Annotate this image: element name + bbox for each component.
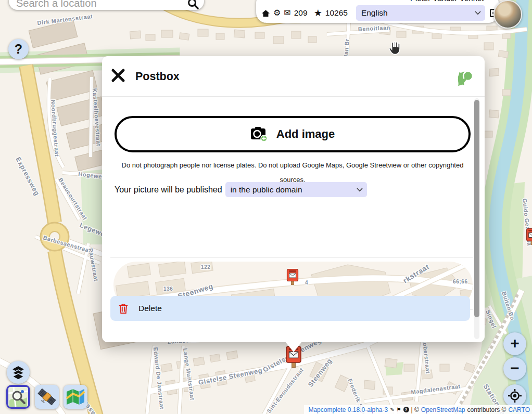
add-image-label: Add image [276, 127, 335, 141]
avatar[interactable] [493, 0, 522, 29]
user-panel: Pieter Vander Vennet ⚙ ✉ 209 ★ 10265 Eng… [256, 0, 499, 23]
street-label: 136 [163, 286, 173, 292]
dialog-body: Add image Do not photograph people nor l… [102, 96, 485, 343]
mail-icon[interactable]: ✉ [284, 9, 290, 17]
gear-icon[interactable]: ⚙ [273, 9, 281, 17]
dialog-scrollbar-thumb[interactable] [474, 100, 479, 317]
chevron-down-icon [475, 11, 481, 15]
style-button-osm[interactable] [6, 385, 30, 409]
plus-icon: + [510, 343, 520, 345]
osm-link[interactable]: OpenStreetMap [421, 406, 465, 413]
message-count: 209 [294, 8, 308, 18]
add-image-button[interactable]: Add image [115, 116, 471, 152]
crosshair-icon [508, 389, 522, 403]
geolocate-button[interactable] [503, 384, 526, 407]
home-icon[interactable] [261, 9, 270, 18]
language-select[interactable]: English [356, 5, 485, 21]
delete-button[interactable]: Delete [110, 296, 470, 321]
chevron-down-icon [357, 188, 363, 192]
zoom-in-button[interactable]: + [503, 332, 526, 355]
username[interactable]: Pieter Vander Vennet [410, 0, 484, 3]
trash-icon [118, 303, 129, 314]
style-button-map[interactable] [64, 385, 87, 409]
zoom-out-button[interactable]: − [503, 357, 526, 380]
mapcomplete-version-link[interactable]: Mapcomplete 0.18.0-alpha-3 [308, 406, 388, 413]
language-value: English [361, 8, 388, 18]
license-prefix: Your picture will be published [115, 185, 222, 195]
folded-map-icon [65, 387, 86, 407]
mapcomplete-logo-icon [456, 69, 474, 88]
dialog-title: Postbox [135, 70, 180, 83]
search-icon[interactable] [187, 0, 199, 9]
layers-button[interactable] [7, 361, 30, 384]
divider [110, 257, 473, 257]
pencil-icon: ✎ [390, 407, 394, 412]
dialog-pointer [285, 342, 302, 352]
carto-link[interactable]: CARTO [508, 406, 530, 413]
postbox-dialog: Postbox Add image Do not photograph peop… [102, 56, 485, 342]
style-button-satellite[interactable] [35, 385, 59, 409]
street-label: 122 [201, 264, 211, 270]
search-bar [9, 0, 204, 10]
street-label: 4 [305, 280, 308, 286]
license-select[interactable]: in the public domain [225, 182, 367, 197]
background-style-row [6, 385, 87, 409]
attribution-contributors: contributors © [467, 406, 506, 413]
close-icon[interactable] [111, 68, 125, 83]
attribution-copyright: | © [411, 406, 419, 413]
star-icon: ★ [314, 8, 322, 18]
dialog-header: Postbox [102, 56, 485, 96]
star-count: 10265 [325, 8, 348, 18]
mapcomplete-app: { "search": { "placeholder": "Search a l… [0, 0, 532, 414]
street-label: 66;66 [453, 279, 468, 284]
help-label: ? [15, 42, 22, 57]
camera-plus-icon [250, 126, 268, 142]
layers-icon [11, 365, 26, 380]
help-button[interactable]: ? [8, 39, 29, 59]
osm-map-icon [8, 387, 28, 407]
attribution-bar: Mapcomplete 0.18.0-alpha-3✎⚑? | © OpenSt… [304, 405, 532, 414]
search-input[interactable] [9, 0, 187, 10]
license-value: in the public domain [231, 185, 302, 195]
minus-icon: − [510, 368, 520, 370]
delete-label: Delete [138, 304, 162, 313]
satellite-icon [37, 387, 57, 407]
flag-icon: ⚑ [397, 407, 401, 412]
question-badge-icon[interactable]: ? [403, 407, 409, 412]
dialog-scrollbar[interactable] [474, 98, 479, 339]
